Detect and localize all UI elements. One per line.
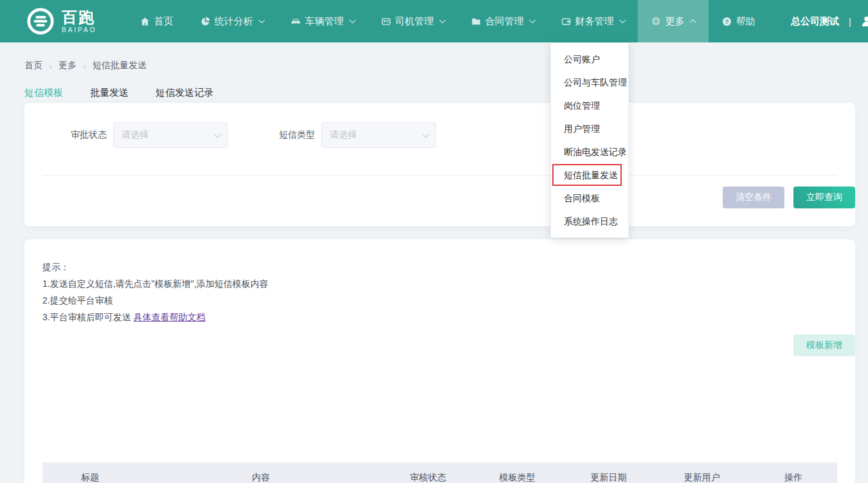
chevron-down-icon [349, 17, 356, 23]
tab-send-records[interactable]: 短信发送记录 [156, 87, 213, 99]
col-user: 更新用户 [655, 472, 750, 483]
chevron-down-icon [439, 17, 446, 23]
nav-item-finance[interactable]: 财务管理 [548, 0, 638, 42]
sms-type-select[interactable]: 请选择 [321, 122, 436, 148]
template-list-panel: 提示： 1.发送自定义短信,请先点击"模板新增",添加短信模板内容 2.提交给平… [24, 239, 855, 483]
breadcrumb-separator: › [83, 60, 86, 71]
main-nav: 首页 统计分析 车辆管理 司机管理 [127, 0, 769, 42]
approval-status-select[interactable]: 请选择 [113, 122, 228, 148]
breadcrumb-current: 短信批量发送 [93, 60, 147, 71]
wallet-icon [561, 17, 571, 26]
nav-item-home[interactable]: 首页 [127, 0, 187, 42]
tips-title: 提示： [42, 259, 855, 275]
breadcrumb-more[interactable]: 更多 [59, 60, 77, 71]
col-title: 标题 [42, 472, 138, 483]
brand-title: 百跑 [62, 8, 95, 26]
search-now-button[interactable]: 立即查询 [793, 187, 855, 208]
select-placeholder: 请选择 [330, 129, 357, 141]
home-icon [140, 17, 150, 26]
user-area: 总公司测试 | [791, 15, 868, 28]
id-card-icon [381, 17, 391, 26]
filter-sms-type: 短信类型 请选择 [275, 122, 436, 148]
more-dropdown-menu: 公司账户 公司与车队管理 岗位管理 用户管理 断油电发送记录 短信批量发送 合同… [550, 42, 629, 238]
page: 百跑 BAIPAO 首页 统计分析 车 [0, 0, 868, 483]
template-table: 标题 内容 审核状态 模板类型 更新日期 更新用户 操作 违章短信 尊敬的{dr… [42, 462, 837, 483]
col-type: 模板类型 [471, 472, 563, 483]
menu-item-contract-template[interactable]: 合同模板 [551, 187, 628, 210]
filter-divider [42, 175, 837, 176]
gear-icon: ⚙ [651, 16, 661, 27]
chevron-down-icon [214, 131, 221, 138]
nav-item-drivers[interactable]: 司机管理 [368, 0, 458, 42]
menu-item-position-mgmt[interactable]: 岗位管理 [551, 94, 628, 117]
nav-item-contracts[interactable]: 合同管理 [458, 0, 548, 42]
add-template-button[interactable]: 模板新增 [793, 334, 855, 356]
help-doc-link[interactable]: 具体查看帮助文档 [134, 312, 206, 322]
car-icon [291, 17, 301, 26]
menu-item-company-fleet[interactable]: 公司与车队管理 [551, 71, 628, 94]
separator: | [849, 16, 851, 27]
brand-logo[interactable]: 百跑 BAIPAO [26, 6, 97, 36]
nav-item-vehicles[interactable]: 车辆管理 [277, 0, 368, 42]
company-name: 总公司测试 [791, 15, 839, 28]
col-content: 内容 [138, 472, 384, 483]
pie-chart-icon [201, 17, 210, 26]
chevron-down-icon [258, 17, 265, 23]
folder-icon [471, 17, 481, 26]
user-avatar-icon[interactable] [861, 15, 868, 27]
sms-type-label: 短信类型 [275, 129, 315, 141]
col-date: 更新日期 [563, 472, 655, 483]
menu-item-fuel-cut-records[interactable]: 断油电发送记录 [551, 140, 628, 163]
menu-item-system-log[interactable]: 系统操作日志 [551, 210, 628, 233]
breadcrumb: 首页 › 更多 › 短信批量发送 [0, 42, 868, 71]
select-placeholder: 请选择 [122, 129, 149, 141]
col-action: 操作 [750, 472, 837, 483]
top-navbar: 百跑 BAIPAO 首页 统计分析 车 [0, 0, 868, 42]
svg-text:?: ? [725, 18, 728, 24]
chevron-down-icon [529, 17, 536, 23]
filter-approval-status: 审批状态 请选择 [67, 122, 228, 148]
approval-status-label: 审批状态 [67, 129, 107, 141]
clear-conditions-button[interactable]: 清空条件 [723, 187, 784, 208]
question-circle-icon: ? [722, 17, 732, 26]
tips-line-1: 1.发送自定义短信,请先点击"模板新增",添加短信模板内容 [42, 275, 855, 292]
tips-block: 提示： 1.发送自定义短信,请先点击"模板新增",添加短信模板内容 2.提交给平… [24, 239, 855, 325]
chevron-down-icon [619, 17, 626, 23]
table-header-row: 标题 内容 审核状态 模板类型 更新日期 更新用户 操作 [42, 462, 837, 483]
nav-item-help[interactable]: ? 帮助 [709, 0, 769, 42]
nav-item-more[interactable]: ⚙ 更多 [638, 0, 709, 42]
breadcrumb-home[interactable]: 首页 [24, 60, 42, 71]
nav-item-statistics[interactable]: 统计分析 [187, 0, 277, 42]
tab-bar: 短信模板 批量发送 短信发送记录 [0, 71, 868, 99]
tips-line-3: 3.平台审核后即可发送 具体查看帮助文档 [42, 309, 855, 325]
tips-line-2: 2.提交给平台审核 [42, 292, 855, 309]
chevron-up-icon [689, 19, 696, 25]
chevron-down-icon [422, 131, 429, 138]
menu-item-sms-batch-send[interactable]: 短信批量发送 [551, 163, 628, 187]
brand-subtitle: BAIPAO [62, 27, 97, 33]
baipao-logo-icon [26, 6, 55, 36]
menu-item-user-mgmt[interactable]: 用户管理 [551, 117, 628, 140]
filter-panel: 审批状态 请选择 短信类型 请选择 清空条件 立即查询 [24, 103, 855, 226]
col-status: 审核状态 [384, 472, 471, 483]
breadcrumb-separator: › [49, 60, 52, 71]
tab-sms-template[interactable]: 短信模板 [24, 87, 63, 99]
menu-item-company-account[interactable]: 公司账户 [551, 48, 628, 71]
tab-batch-send[interactable]: 批量发送 [90, 87, 129, 99]
